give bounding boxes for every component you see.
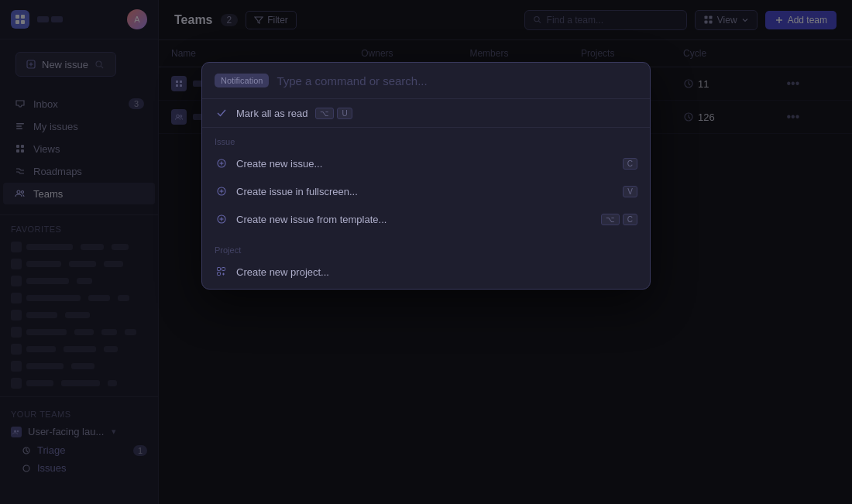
svg-rect-65	[218, 273, 221, 276]
create-fullscreen-icon	[215, 184, 228, 198]
command-palette: Notification Mark all as read ⌥ U Issue	[201, 62, 651, 290]
create-template-icon	[215, 212, 228, 226]
svg-rect-64	[222, 268, 225, 271]
create-new-issue-item[interactable]: Create new issue... C	[202, 149, 650, 177]
command-palette-overlay[interactable]: Notification Mark all as read ⌥ U Issue	[0, 0, 852, 504]
shortcut-v: V	[623, 186, 637, 197]
issue-section-label: Issue	[202, 134, 650, 149]
create-issue-shortcut: C	[623, 158, 637, 170]
mark-all-read-item[interactable]: Mark all as read ⌥ U	[202, 99, 650, 128]
project-section: Project Create new project...	[202, 236, 650, 289]
command-search-input[interactable]	[277, 74, 637, 87]
project-section-label: Project	[202, 242, 650, 258]
create-issue-label: Create new issue...	[236, 158, 615, 170]
shortcut-mod: ⌥	[315, 108, 334, 119]
mark-all-label: Mark all as read	[236, 108, 307, 119]
svg-rect-63	[218, 268, 221, 271]
create-project-label: Create new project...	[236, 266, 637, 278]
create-fullscreen-item[interactable]: Create issue in fullscreen... V	[202, 177, 650, 205]
create-fullscreen-shortcut: V	[623, 186, 637, 197]
create-project-item[interactable]: Create new project...	[202, 258, 650, 286]
create-template-label: Create new issue from template...	[236, 214, 593, 225]
create-template-shortcut: ⌥ C	[601, 214, 637, 225]
mark-all-shortcut: ⌥ U	[315, 108, 352, 119]
create-issue-icon	[215, 156, 228, 170]
notification-badge: Notification	[215, 74, 269, 87]
issue-section: Issue Create new issue... C	[202, 128, 650, 236]
shortcut-c2: C	[623, 214, 637, 225]
command-search-area: Notification	[202, 63, 650, 99]
mark-all-icon	[215, 106, 228, 120]
create-fullscreen-label: Create issue in fullscreen...	[236, 186, 615, 197]
shortcut-alt: ⌥	[601, 214, 620, 225]
shortcut-key: U	[337, 108, 352, 119]
create-template-item[interactable]: Create new issue from template... ⌥ C	[202, 205, 650, 233]
shortcut-c: C	[623, 158, 637, 170]
create-project-icon	[215, 265, 228, 279]
